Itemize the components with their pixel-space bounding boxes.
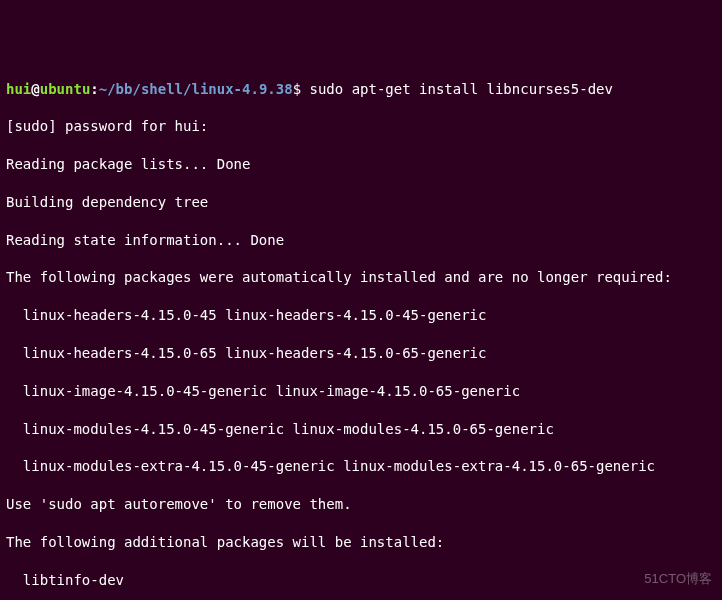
output-line: linux-headers-4.15.0-45 linux-headers-4.… bbox=[6, 306, 716, 325]
output-line: linux-modules-4.15.0-45-generic linux-mo… bbox=[6, 420, 716, 439]
output-line: linux-image-4.15.0-45-generic linux-imag… bbox=[6, 382, 716, 401]
output-line: The following additional packages will b… bbox=[6, 533, 716, 552]
prompt-user: hui bbox=[6, 81, 31, 97]
output-line: Reading package lists... Done bbox=[6, 155, 716, 174]
output-line: Use 'sudo apt autoremove' to remove them… bbox=[6, 495, 716, 514]
prompt-path: ~/bb/shell/linux-4.9.38 bbox=[99, 81, 293, 97]
output-line: Building dependency tree bbox=[6, 193, 716, 212]
output-line: Reading state information... Done bbox=[6, 231, 716, 250]
output-line: The following packages were automaticall… bbox=[6, 268, 716, 287]
output-line: linux-modules-extra-4.15.0-45-generic li… bbox=[6, 457, 716, 476]
prompt-dollar: $ bbox=[293, 81, 310, 97]
output-line: linux-headers-4.15.0-65 linux-headers-4.… bbox=[6, 344, 716, 363]
prompt-line: hui@ubuntu:~/bb/shell/linux-4.9.38$ sudo… bbox=[6, 80, 716, 99]
terminal-output[interactable]: hui@ubuntu:~/bb/shell/linux-4.9.38$ sudo… bbox=[6, 80, 716, 600]
output-line: [sudo] password for hui: bbox=[6, 117, 716, 136]
command-text: sudo apt-get install libncurses5-dev bbox=[309, 81, 612, 97]
prompt-host: ubuntu bbox=[40, 81, 91, 97]
prompt-at: @ bbox=[31, 81, 39, 97]
prompt-colon: : bbox=[90, 81, 98, 97]
output-line: libtinfo-dev bbox=[6, 571, 716, 590]
